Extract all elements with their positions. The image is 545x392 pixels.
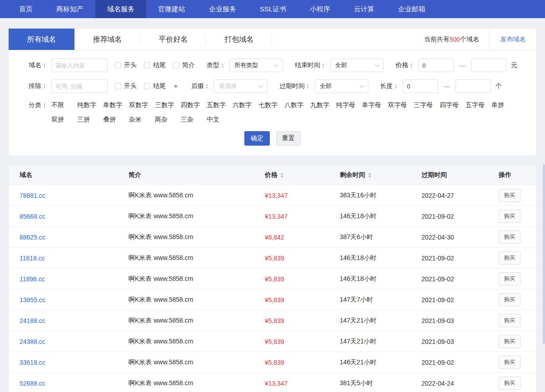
- price-min-input[interactable]: [418, 59, 454, 72]
- category-option-5[interactable]: 三数字: [155, 100, 181, 109]
- description-cell: 啊K米表 www.5858.cm: [129, 275, 265, 283]
- length-min-input[interactable]: [403, 79, 438, 93]
- category-option-21[interactable]: 叠拼: [103, 115, 129, 124]
- category-option-16[interactable]: 四字母: [440, 100, 466, 109]
- buy-button[interactable]: 购买: [499, 210, 520, 223]
- category-option-9[interactable]: 七数字: [258, 100, 284, 109]
- domain-link[interactable]: 24188.cc: [20, 317, 45, 324]
- nav-item-2[interactable]: 商标知产: [45, 0, 95, 18]
- type-filter-group: 类型： 所有类型: [207, 59, 283, 72]
- domain-link[interactable]: 24388.cc: [20, 338, 45, 345]
- category-option-23[interactable]: 两杂: [155, 115, 181, 124]
- type-select[interactable]: 所有类型: [229, 59, 283, 72]
- sort-desc-icon[interactable]: [368, 176, 372, 178]
- checkbox-icon[interactable]: [115, 62, 121, 69]
- domain-link[interactable]: 11898.cc: [20, 275, 45, 283]
- reset-button[interactable]: 重置: [276, 131, 301, 146]
- nav-item-9[interactable]: 企业邮箱: [386, 0, 437, 18]
- buy-button[interactable]: 购买: [499, 314, 520, 327]
- domain-link[interactable]: 33618.cc: [20, 359, 45, 366]
- checkbox-icon[interactable]: [115, 83, 121, 89]
- exclude-input[interactable]: [51, 79, 108, 93]
- category-option-4[interactable]: 双数字: [129, 100, 155, 109]
- sort-icon[interactable]: [368, 172, 372, 178]
- sort-asc-icon[interactable]: [280, 172, 284, 175]
- nav-item-6[interactable]: SSL证书: [248, 0, 298, 18]
- add-condition-icon[interactable]: ＋: [172, 82, 179, 91]
- category-option-1[interactable]: 不限: [51, 100, 77, 109]
- scrollbar-thumb[interactable]: [543, 164, 545, 344]
- tab-1[interactable]: 所有域名: [9, 29, 74, 50]
- confirm-button[interactable]: 确定: [244, 131, 270, 146]
- category-option-20[interactable]: 三拼: [77, 115, 103, 124]
- category-option-10[interactable]: 八数字: [284, 100, 310, 109]
- nav-item-1[interactable]: 首页: [7, 0, 45, 18]
- category-option-12[interactable]: 纯字母: [336, 100, 362, 109]
- buy-button[interactable]: 购买: [499, 189, 520, 202]
- checkbox-icon[interactable]: [144, 62, 150, 69]
- category-option-11[interactable]: 九数字: [310, 100, 336, 109]
- category-option-8[interactable]: 六数字: [233, 100, 258, 109]
- category-option-25[interactable]: 中文: [207, 115, 233, 124]
- category-option-17[interactable]: 五字母: [466, 100, 491, 109]
- nav-item-8[interactable]: 云计算: [342, 0, 386, 18]
- domain-link[interactable]: 52688.cc: [20, 380, 45, 387]
- row1-checkbox-1[interactable]: 开头: [115, 61, 137, 69]
- buy-button[interactable]: 购买: [499, 293, 520, 306]
- category-option-19[interactable]: 双拼: [51, 115, 77, 124]
- category-option-15[interactable]: 三字母: [414, 100, 440, 109]
- tab-4[interactable]: 打包域名: [206, 29, 272, 50]
- price-max-input[interactable]: [471, 59, 506, 72]
- domain-link[interactable]: 78881.cc: [20, 192, 45, 199]
- publish-domain-link[interactable]: 发布域名: [489, 29, 536, 50]
- nav-item-5[interactable]: 企业服务: [197, 0, 248, 18]
- action-cell: 购买: [499, 377, 525, 390]
- suffix-select-value: 请选择: [219, 82, 237, 90]
- buy-button[interactable]: 购买: [499, 377, 520, 390]
- sort-icon[interactable]: [280, 172, 284, 178]
- row2-checkbox-1[interactable]: 开头: [115, 82, 137, 90]
- column-header-3[interactable]: 价格: [265, 171, 340, 179]
- table-row: 78881.cc啊K米表 www.5858.cm¥13,347383天16小时2…: [9, 185, 536, 206]
- tab-2[interactable]: 推荐域名: [74, 29, 140, 50]
- row2-checkbox-2[interactable]: 结尾: [144, 82, 166, 90]
- category-option-6[interactable]: 四数字: [181, 100, 207, 109]
- buy-button[interactable]: 购买: [499, 272, 520, 285]
- domain-link[interactable]: 88625.cc: [20, 234, 45, 241]
- row1-checkbox-2[interactable]: 结尾: [144, 61, 166, 69]
- category-option-14[interactable]: 双字母: [388, 100, 414, 109]
- sort-desc-icon[interactable]: [280, 176, 284, 178]
- row1-checkbox-3[interactable]: 简介: [173, 61, 195, 69]
- category-option-24[interactable]: 三杂: [181, 115, 207, 124]
- nav-item-3[interactable]: 域名服务: [95, 0, 146, 18]
- expire-select[interactable]: 全部: [315, 79, 368, 93]
- domain-link[interactable]: 11618.cc: [20, 255, 45, 262]
- expire-select-value: 全部: [320, 82, 332, 90]
- checkbox-icon[interactable]: [144, 83, 150, 89]
- buy-button[interactable]: 购买: [499, 335, 520, 348]
- category-option-2[interactable]: 纯数字: [77, 100, 103, 109]
- domain-input[interactable]: [51, 59, 108, 72]
- checkbox-icon[interactable]: [173, 62, 179, 69]
- buy-button[interactable]: 购买: [499, 251, 520, 265]
- domain-link[interactable]: 85668.cc: [20, 213, 45, 220]
- buy-button[interactable]: 购买: [499, 230, 520, 244]
- sort-asc-icon[interactable]: [368, 172, 372, 175]
- category-option-18[interactable]: 单拼: [491, 100, 517, 109]
- nav-item-7[interactable]: 小程序: [298, 0, 342, 18]
- column-header-4[interactable]: 剩余时间: [340, 171, 421, 179]
- end-time-select[interactable]: 全部: [330, 59, 384, 72]
- row2-checkboxes: 开头结尾: [108, 82, 166, 90]
- length-max-input[interactable]: [456, 79, 491, 93]
- domain-link[interactable]: 13855.cc: [20, 296, 45, 304]
- expire-date-cell: 2021-09-02: [421, 213, 499, 220]
- category-option-3[interactable]: 单数字: [103, 100, 129, 109]
- suffix-select[interactable]: 请选择: [214, 79, 268, 93]
- category-option-22[interactable]: 杂米: [129, 115, 155, 124]
- buy-button[interactable]: 购买: [499, 356, 520, 369]
- tab-3[interactable]: 平价好名: [140, 29, 206, 50]
- category-option-13[interactable]: 单字母: [362, 100, 388, 109]
- nav-item-4[interactable]: 官微建站: [146, 0, 197, 18]
- remaining-time-cell: 387天6小时: [340, 233, 421, 241]
- category-option-7[interactable]: 五数字: [207, 100, 233, 109]
